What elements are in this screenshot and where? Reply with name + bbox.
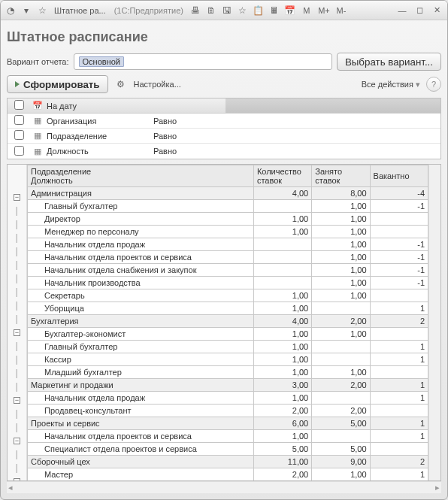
row-vac: 1: [370, 353, 428, 366]
calendar-icon[interactable]: 📅: [283, 4, 297, 17]
row-busy: 1,00: [312, 289, 370, 302]
report-scroll[interactable]: Подразделение Должность Количество ставо…: [27, 165, 428, 480]
row-qty: [253, 277, 311, 289]
horizontal-scrollbar[interactable]: ◂ ▸: [7, 481, 441, 493]
save-icon[interactable]: 🖫: [220, 4, 234, 17]
col-header-dept: Подразделение Должность: [28, 165, 254, 187]
group-row[interactable]: Администрация4,008,00-4: [28, 187, 428, 200]
row-name: Секретарь: [28, 289, 254, 302]
row-vac: [370, 443, 428, 456]
group-name: Проекты и сервис: [28, 417, 254, 430]
filter-row-checkbox[interactable]: [14, 146, 24, 156]
row-busy: 1,00: [312, 200, 370, 213]
dropdown-icon[interactable]: ▾: [20, 4, 33, 17]
all-actions-menu[interactable]: Все действия: [362, 80, 420, 89]
row-busy: 1,00: [312, 468, 370, 481]
calculator-icon[interactable]: 🖩: [268, 4, 281, 17]
table-row[interactable]: Уборщица1,001: [28, 302, 428, 315]
table-row[interactable]: Продавец-консультант2,002,00: [28, 405, 428, 417]
row-busy: [312, 341, 370, 353]
table-row[interactable]: Младший бухгалтер1,001,00: [28, 366, 428, 379]
maximize-button[interactable]: ◻: [412, 4, 427, 17]
table-row[interactable]: Менеджер по персоналу1,001,00: [28, 226, 428, 238]
table-row[interactable]: Кассир1,001: [28, 353, 428, 366]
table-row[interactable]: Директор1,001,00: [28, 213, 428, 226]
row-name: Начальник отдела снабжения и закупок: [28, 264, 254, 277]
table-row[interactable]: Секретарь1,001,00: [28, 289, 428, 302]
row-vac: [370, 213, 428, 226]
collapse-toggle[interactable]: −: [14, 438, 20, 444]
table-row[interactable]: Начальник отдела продаж1,001: [28, 392, 428, 405]
row-name: Главный бухгалтер: [28, 200, 254, 213]
group-name: Администрация: [28, 187, 254, 200]
date-icon: 📅: [30, 101, 45, 111]
group-qty: 6,00: [253, 417, 311, 430]
group-row[interactable]: Бухгалтерия4,002,002: [28, 315, 428, 328]
filter-all-checkbox[interactable]: [14, 100, 24, 110]
clipboard-icon[interactable]: 📋: [252, 4, 265, 17]
row-name: Директор: [28, 213, 254, 226]
row-busy: 2,00: [312, 405, 370, 417]
table-row[interactable]: Начальник производства1,00-1: [28, 277, 428, 289]
row-qty: 1,00: [253, 430, 311, 443]
filter-row-checkbox[interactable]: [14, 115, 24, 125]
row-busy: 1,00: [312, 264, 370, 277]
filter-row-checkbox[interactable]: [14, 130, 24, 140]
star-icon[interactable]: ☆: [35, 4, 49, 17]
row-name: Начальник отдела продаж: [28, 392, 254, 405]
scroll-right-icon[interactable]: ▸: [435, 483, 440, 492]
table-row[interactable]: Начальник отдела проектов и сервиса1,001: [28, 430, 428, 443]
filter-row-cond: Равно: [150, 147, 440, 156]
table-row[interactable]: Мастер2,001,001: [28, 468, 428, 481]
row-qty: 1,00: [253, 353, 311, 366]
collapse-toggle[interactable]: −: [14, 194, 20, 201]
memory-mminus-button[interactable]: M-: [334, 4, 349, 17]
table-row[interactable]: Главный бухгалтер1,00-1: [28, 200, 428, 213]
row-qty: 1,00: [253, 302, 311, 315]
group-row[interactable]: Проекты и сервис6,005,001: [28, 417, 428, 430]
table-row[interactable]: Начальник отдела продаж1,00-1: [28, 238, 428, 251]
row-busy: 1,00: [312, 213, 370, 226]
group-name: Сборочный цех: [28, 456, 254, 468]
table-row[interactable]: Начальник отдела снабжения и закупок1,00…: [28, 264, 428, 277]
close-button[interactable]: ✕: [429, 4, 444, 17]
group-row[interactable]: Сборочный цех11,009,002: [28, 456, 428, 468]
table-row[interactable]: Специалист отдела проектов и сервиса5,00…: [28, 443, 428, 456]
collapse-toggle[interactable]: −: [14, 478, 20, 482]
variant-input[interactable]: Основной: [74, 53, 332, 70]
group-busy: 5,00: [312, 417, 370, 430]
preview-icon[interactable]: 🗎: [204, 4, 218, 17]
minimize-button[interactable]: —: [395, 4, 410, 17]
collapse-toggle[interactable]: −: [14, 329, 20, 336]
favorite-icon[interactable]: ☆: [236, 4, 250, 17]
form-report-button[interactable]: Сформировать: [7, 75, 108, 93]
group-row[interactable]: Маркетинг и продажи3,002,001: [28, 379, 428, 392]
row-name: Специалист отдела проектов и сервиса: [28, 443, 254, 456]
row-name: Начальник отдела продаж: [28, 238, 254, 251]
table-row[interactable]: Бухгалтер-экономист1,001,00: [28, 328, 428, 341]
table-row[interactable]: Главный бухгалтер1,001: [28, 341, 428, 353]
choose-variant-button[interactable]: Выбрать вариант...: [337, 53, 441, 71]
settings-icon: ⚙: [114, 77, 128, 91]
vertical-scrollbar[interactable]: [428, 165, 440, 480]
table-row[interactable]: Начальник отдела проектов и сервиса1,00-…: [28, 251, 428, 264]
row-busy: 1,00: [312, 251, 370, 264]
row-busy: [312, 430, 370, 443]
memory-mplus-button[interactable]: M+: [316, 4, 331, 17]
col-header-vac: Вакантно: [370, 165, 428, 187]
memory-m-button[interactable]: M: [299, 4, 314, 17]
help-button[interactable]: ?: [426, 77, 441, 92]
group-qty: 4,00: [253, 187, 311, 200]
row-name: Начальник отдела проектов и сервиса: [28, 430, 254, 443]
filter-row-cond: Равно: [150, 132, 440, 141]
print-icon[interactable]: 🖶: [189, 4, 202, 17]
scroll-left-icon[interactable]: ◂: [8, 483, 13, 492]
row-busy: [312, 353, 370, 366]
app-name: (1С:Предприятие): [114, 6, 183, 15]
row-busy: 1,00: [312, 226, 370, 238]
row-vac: [370, 405, 428, 417]
settings-link[interactable]: Настройка...: [134, 80, 181, 89]
collapse-toggle[interactable]: −: [14, 397, 20, 404]
row-qty: 1,00: [253, 328, 311, 341]
group-vac: -4: [370, 187, 428, 200]
